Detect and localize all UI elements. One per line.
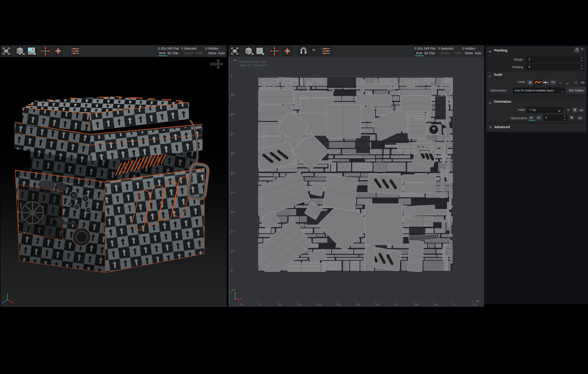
svg-text:1: 1 xyxy=(453,303,455,306)
svg-text:cm: cm xyxy=(476,300,479,302)
svg-text:0.6: 0.6 xyxy=(231,152,235,155)
svg-text:Target TD: 10.24 tx/cm: Target TD: 10.24 tx/cm xyxy=(239,64,267,67)
svg-text:F: F xyxy=(218,63,219,65)
svg-text:0.4: 0.4 xyxy=(337,303,341,306)
svg-text:0.7: 0.7 xyxy=(395,303,399,306)
svg-text:0.7: 0.7 xyxy=(231,132,235,135)
svg-text:0.9: 0.9 xyxy=(231,93,235,96)
svg-text:L: L xyxy=(214,63,216,65)
svg-text:0.2: 0.2 xyxy=(298,303,301,306)
svg-text:0.8: 0.8 xyxy=(231,113,235,116)
svg-text:0.4: 0.4 xyxy=(231,191,235,194)
svg-text:0.1: 0.1 xyxy=(278,303,282,306)
svg-text:0.8: 0.8 xyxy=(415,303,418,306)
svg-text:0.6: 0.6 xyxy=(376,303,379,306)
svg-text:T: T xyxy=(218,60,219,62)
svg-text:0.1: 0.1 xyxy=(231,249,235,252)
svg-text:0.3: 0.3 xyxy=(231,210,235,213)
svg-text:-0.1: -0.1 xyxy=(231,289,236,291)
svg-text:Distribute to tiles: ON: Distribute to tiles: ON xyxy=(239,60,265,64)
svg-text:0.2: 0.2 xyxy=(231,230,235,233)
svg-text:1.1: 1.1 xyxy=(473,303,477,306)
svg-text:cm: cm xyxy=(233,59,237,61)
svg-text:B: B xyxy=(211,63,212,65)
svg-text:0: 0 xyxy=(259,303,260,306)
svg-text:B: B xyxy=(217,66,219,68)
svg-text:0.3: 0.3 xyxy=(317,303,321,306)
svg-text:-0.1: -0.1 xyxy=(239,303,244,306)
svg-text:0: 0 xyxy=(231,269,232,272)
svg-text:R: R xyxy=(221,63,222,65)
svg-text:1: 1 xyxy=(231,74,232,77)
svg-text:0.5: 0.5 xyxy=(231,171,235,174)
svg-text:0.5: 0.5 xyxy=(356,303,360,306)
svg-text:0.9: 0.9 xyxy=(434,303,438,306)
